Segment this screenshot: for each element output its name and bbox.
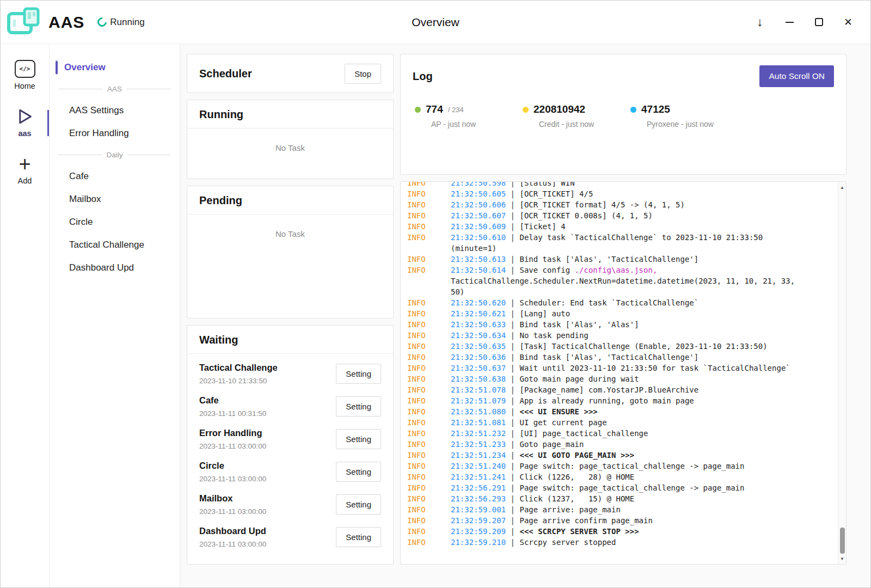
log-timestamp: 21:32:50.606 [451,200,506,209]
log-timestamp: 21:32:51.234 [451,451,506,460]
log-level: INFO [407,471,451,482]
log-timestamp: 21:32:51.079 [451,396,506,405]
log-separator: | [506,505,519,514]
log-text: [OCR_TICKET] 4/5 [519,189,593,198]
log-rest: 21:32:51.234 | <<< UI GOTO PAGE_MAIN >>> [451,450,809,461]
log-level: INFO [407,297,451,308]
pending-panel: Pending No Task [187,186,394,318]
task-setting-button[interactable]: Setting [336,527,381,547]
log-separator: | [506,298,519,307]
log-separator: | [506,462,519,470]
log-line: INFO21:32:50.620 | Scheduler: End task `… [407,297,809,308]
log-rest: 21:32:50.606 | [OCR_TICKET format] 4/5 -… [451,199,809,210]
log-text: Goto page_main [519,440,584,449]
log-separator: | [506,331,519,340]
log-text: Click (1226, 28) @ HOME [519,473,634,481]
waiting-task-info: Mailbox2023-11-11 03:00:00 [199,493,266,516]
log-line: INFO21:32:50.610 | Delay task `TacticalC… [407,232,809,254]
log-level: INFO [407,352,451,363]
log-text: [Ticket] 4 [519,222,565,231]
log-level: INFO [407,188,451,199]
home-icon-glyph: </> [20,65,30,72]
sidebar-item-circle[interactable]: Circle [50,211,180,234]
waiting-title: Waiting [199,334,381,346]
log-text: Page arrive confirm page_main [519,516,652,525]
log-line: INFO21:32:59.207 | Page arrive confirm p… [407,515,809,526]
log-header-panel: Log Auto Scroll ON 774/ 234AP - just now… [400,54,847,175]
log-stat: 220810942Credit - just now [523,103,630,128]
task-setting-button[interactable]: Setting [336,429,381,449]
task-setting-button[interactable]: Setting [336,462,381,482]
log-level: INFO [407,450,451,461]
stop-button[interactable]: Stop [345,64,381,84]
log-level: INFO [407,526,451,537]
log-level: INFO [407,210,451,221]
rail-item-home[interactable]: </> Home [1,57,49,93]
log-timestamp: 21:32:50.633 [451,320,506,329]
scroll-thumb[interactable] [840,528,845,554]
log-scrollbar[interactable]: ▲ ▼ [838,182,846,564]
pending-title: Pending [199,194,381,207]
log-level: INFO [407,493,451,504]
log-line: INFO21:32:51.079 | App is already runnin… [407,395,809,406]
log-timestamp: 21:32:50.610 [451,233,506,242]
log-rest: 21:32:56.291 | Page switch: page_tactica… [451,482,809,493]
sidebar-item-error-handling[interactable]: Error Handling [50,122,180,145]
main-content: Scheduler Stop Running No Task Pending N… [180,44,870,587]
log-line: INFO21:32:50.621 | [Lang] auto [407,308,809,319]
log-line: INFO21:32:51.240 | Page switch: page_tac… [407,461,809,471]
sidebar-item-mailbox[interactable]: Mailbox [50,188,180,211]
log-timestamp: 21:32:59.209 [451,527,506,536]
download-button[interactable]: ↓ [745,10,775,35]
scroll-up-arrow[interactable]: ▲ [838,183,846,191]
log-line: INFO21:32:51.232 | [UI] page_tactical_ch… [407,428,809,439]
log-timestamp: 21:32:50.637 [451,364,506,372]
sidebar-item-tactical-challenge[interactable]: Tactical Challenge [50,234,180,256]
maximize-button[interactable] [804,10,833,35]
sidebar-item-aas-settings[interactable]: AAS Settings [50,99,180,122]
scroll-down-arrow[interactable]: ▼ [838,555,846,562]
rail-item-add[interactable]: + Add [1,152,49,188]
rail-item-aas[interactable]: aas [1,105,49,140]
log-level: INFO [407,461,451,471]
log-rest: 21:32:50.635 | [Task] TacticalChallenge … [451,341,809,352]
log-separator: | [506,429,519,438]
log-text: [Status] WIN [519,181,574,187]
log-separator: | [506,483,519,492]
close-button[interactable]: ✕ [833,10,863,35]
log-separator: | [506,342,519,351]
auto-scroll-button[interactable]: Auto Scroll ON [759,65,834,87]
download-icon: ↓ [757,16,763,28]
sidebar-item-overview[interactable]: Overview [50,56,180,79]
log-level: INFO [407,504,451,515]
divider-line [128,155,171,155]
log-text: Wait until 2023-11-10 21:33:50 for task … [519,364,790,372]
task-setting-button[interactable]: Setting [336,396,381,416]
log-title: Log [413,70,433,83]
log-rest: 21:32:51.081 | UI get current page [451,417,809,428]
log-level: INFO [407,181,451,188]
waiting-task-info: Dashboard Upd2023-11-11 03:00:00 [199,526,266,548]
log-rest: 21:32:50.620 | Scheduler: End task `Tact… [451,297,809,308]
log-line: INFO21:32:50.606 | [OCR_TICKET format] 4… [407,199,809,210]
log-level: INFO [407,265,451,297]
sidebar-section-divider: AAS [50,79,180,99]
task-setting-button[interactable]: Setting [336,364,381,384]
log-rest: 21:32:59.209 | <<< SCRCPY SERVER STOP >>… [451,526,809,537]
log-rest: 21:32:50.636 | Bind task ['Alas', 'Tacti… [451,352,809,363]
maximize-icon [815,18,823,26]
page-title: Overview [412,16,459,29]
task-setting-button[interactable]: Setting [336,494,381,514]
log-line: INFO21:32:51.078 | [Package_name] com.Yo… [407,384,809,395]
sidebar-item-label: AAS Settings [69,105,124,116]
log-timestamp: 21:32:59.210 [451,538,506,547]
sidebar-item-cafe[interactable]: Cafe [50,165,180,188]
log-column: Log Auto Scroll ON 774/ 234AP - just now… [400,54,847,565]
log-separator: | [506,494,519,503]
log-stats: 774/ 234AP - just now220810942Credit - j… [413,103,834,128]
log-timestamp: 21:32:50.635 [451,342,506,351]
minimize-button[interactable] [775,10,804,35]
log-text: [Task] TacticalChallenge (Enable, 2023-1… [519,342,767,351]
sidebar-item-dashboard-upd[interactable]: Dashboard Upd [50,256,180,279]
log-level: INFO [407,428,451,439]
